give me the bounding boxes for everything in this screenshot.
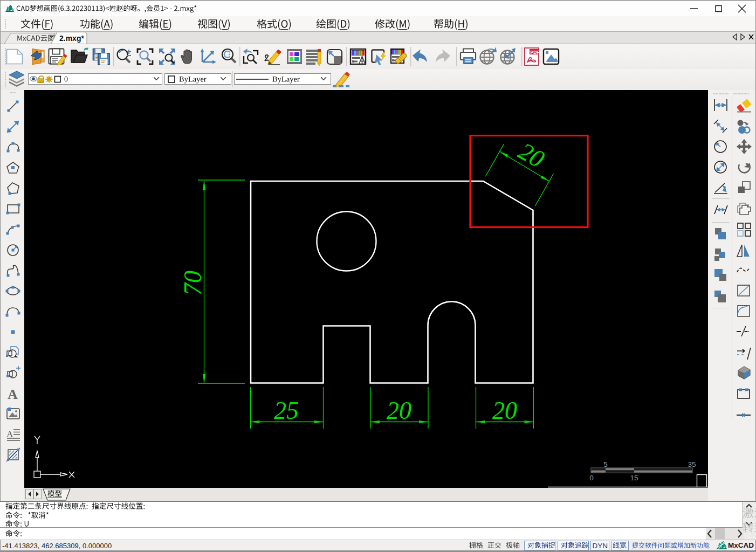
svg-text:20: 20 [514, 137, 549, 173]
svg-text:35: 35 [688, 460, 696, 468]
svg-text:PDF: PDF [531, 50, 540, 55]
svg-text:20: 20 [492, 397, 517, 424]
svg-text:25: 25 [274, 397, 299, 424]
svg-text:A: A [6, 429, 13, 439]
svg-text:70: 70 [179, 271, 207, 295]
svg-text:5: 5 [603, 460, 608, 468]
svg-text:20: 20 [387, 397, 411, 424]
svg-text:15: 15 [630, 474, 638, 482]
svg-text:A: A [8, 387, 18, 402]
svg-text:0: 0 [589, 474, 594, 482]
